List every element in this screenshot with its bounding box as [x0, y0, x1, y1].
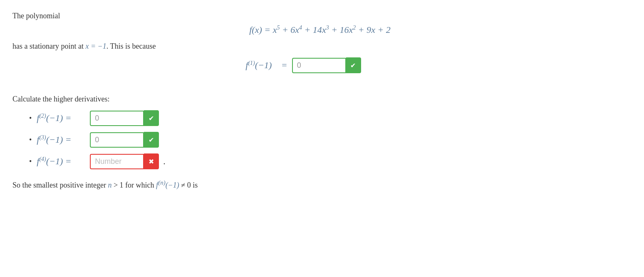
f1-equals: =	[282, 60, 287, 71]
f4-label: f(4)(−1) =	[37, 156, 87, 167]
main-container: The polynomial f(x) = x5 + 6x4 + 14x3 + …	[0, 0, 644, 277]
f1-label: f(1)(−1)	[245, 60, 272, 71]
polynomial-formula: f(x) = x5 + 6x4 + 14x3 + 16x2 + 9x + 2	[249, 25, 391, 35]
f4-input-group: ✖	[90, 153, 159, 169]
f3-checkmark-icon: ✔	[149, 136, 154, 144]
bullet-4: •	[29, 157, 32, 166]
polynomial-formula-block: f(x) = x5 + 6x4 + 14x3 + 16x2 + 9x + 2	[12, 25, 627, 35]
f1-answer-input[interactable]	[292, 58, 346, 73]
f4-check-button[interactable]: ✖	[144, 153, 159, 169]
table-row: • f(3)(−1) = ✔	[29, 132, 627, 148]
f3-input-group: ✔	[90, 132, 159, 148]
derivatives-list: • f(2)(−1) = ✔ • f(3)(−1) = ✔	[29, 110, 627, 169]
f1-input-group: ✔	[292, 57, 361, 73]
f2-check-button[interactable]: ✔	[144, 110, 159, 126]
bullet-3: •	[29, 136, 32, 144]
f1-section: f(1)(−1) = ✔	[12, 57, 627, 85]
intro-line1: The polynomial	[12, 12, 627, 20]
f3-check-button[interactable]: ✔	[144, 132, 159, 148]
bottom-text: So the smallest positive integer n > 1 f…	[12, 179, 627, 190]
x-equals-minus1: x = −1	[85, 42, 106, 50]
f4-answer-input[interactable]	[90, 154, 144, 169]
f1-row: f(1)(−1) = ✔	[245, 57, 361, 73]
f2-label: f(2)(−1) =	[37, 113, 87, 124]
f3-answer-input[interactable]	[90, 132, 144, 148]
higher-derivatives-title: Calculate the higher derivatives:	[12, 95, 627, 104]
fn-notation: f(n)(−1)	[156, 181, 179, 189]
f2-answer-input[interactable]	[90, 111, 144, 126]
table-row: • f(2)(−1) = ✔	[29, 110, 627, 126]
f1-check-button[interactable]: ✔	[346, 57, 361, 73]
f2-checkmark-icon: ✔	[149, 114, 154, 122]
n-variable: n	[108, 181, 111, 189]
f2-input-group: ✔	[90, 110, 159, 126]
f1-checkmark-icon: ✔	[350, 62, 356, 69]
bullet-2: •	[29, 114, 32, 123]
stationary-text: has a stationary point at x = −1. This i…	[12, 42, 627, 51]
table-row: • f(4)(−1) = ✖ .	[29, 153, 627, 169]
period: .	[163, 156, 166, 167]
f3-label: f(3)(−1) =	[37, 134, 87, 145]
f4-x-icon: ✖	[149, 158, 154, 166]
